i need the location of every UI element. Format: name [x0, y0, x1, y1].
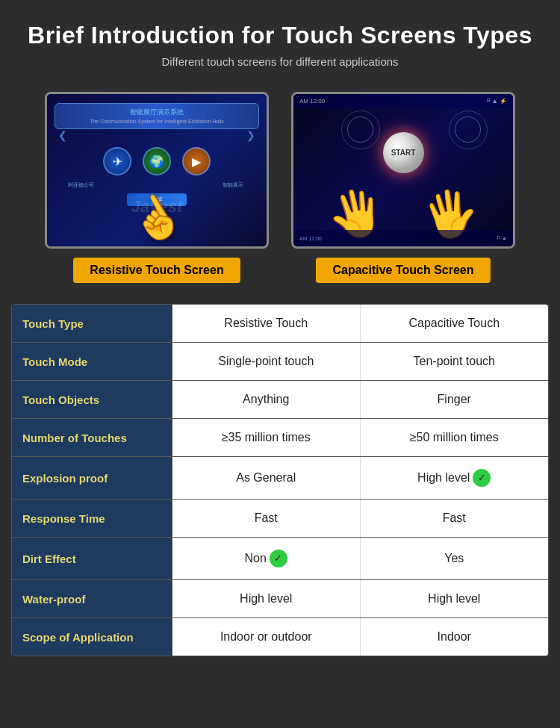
table-resistive-8: Indoor or outdoor	[172, 618, 361, 656]
table-capacitive-2: Finger	[361, 381, 549, 418]
table-label-4: Explosion proof	[12, 457, 172, 499]
res-arrows: ❮ ❯	[55, 129, 259, 141]
table-row: Number of Touches≥35 million times≥50 mi…	[12, 419, 548, 457]
table-resistive-2: Anything	[172, 381, 361, 418]
page-header: Brief Introduction for Touch Screens Typ…	[0, 0, 560, 77]
table-label-7: Water-proof	[12, 580, 172, 617]
cap-main-area: START	[293, 108, 513, 197]
table-capacitive-4: High level✓	[361, 457, 549, 499]
res-title-bar: 智能展厅演示系统The Communication System for Int…	[55, 103, 259, 129]
table-label-1: Touch Mode	[12, 343, 172, 380]
capacitive-screen-content: AM 12:00 ⠿ ▲ ⚡ START	[293, 94, 513, 246]
resistive-screen-frame: 智能展厅演示系统The Communication System for Int…	[45, 92, 269, 249]
table-row: Dirt EffectNon✓Yes	[12, 538, 548, 580]
table-resistive-3: ≥35 million times	[172, 419, 361, 456]
res-icons-row: ✈ 🌍 ▶	[55, 147, 259, 175]
table-resistive-6: Non✓	[172, 538, 361, 579]
page-title: Brief Introduction for Touch Screens Typ…	[15, 21, 545, 49]
table-row: Touch ModeSingle-point touchTen-point to…	[12, 343, 548, 381]
table-resistive-7: High level	[172, 580, 361, 617]
table-label-8: Scope of Application	[12, 618, 172, 656]
table-row: Response TimeFastFast	[12, 500, 548, 538]
green-checkmark-icon: ✓	[473, 469, 491, 487]
table-capacitive-7: High level	[361, 580, 549, 617]
table-resistive-5: Fast	[172, 500, 361, 537]
table-resistive-0: Resistive Touch	[172, 305, 361, 342]
table-row: Water-proofHigh levelHigh level	[12, 580, 548, 618]
res-icon-2: 🌍	[143, 147, 171, 175]
comparison-table: Touch TypeResistive TouchCapacitive Touc…	[11, 304, 549, 656]
screens-comparison: 智能展厅演示系统The Communication System for Int…	[0, 77, 560, 290]
table-row: Scope of ApplicationIndoor or outdoorInd…	[12, 618, 548, 656]
table-label-2: Touch Objects	[12, 381, 172, 418]
table-capacitive-0: Capacitive Touch	[361, 305, 549, 342]
table-body: Touch TypeResistive TouchCapacitive Touc…	[12, 305, 548, 656]
table-capacitive-8: Indoor	[361, 618, 549, 656]
cap-top-bar: AM 12:00 ⠿ ▲ ⚡	[293, 94, 513, 108]
table-label-6: Dirt Effect	[12, 538, 172, 579]
table-resistive-1: Single-point touch	[172, 343, 361, 380]
cap-bottom-bar: AM 12:00 ⠿ ▲	[293, 230, 513, 246]
table-label-5: Response Time	[12, 500, 172, 537]
table-label-0: Touch Type	[12, 305, 172, 342]
res-icon-3: ▶	[182, 147, 211, 175]
table-label-3: Number of Touches	[12, 419, 172, 456]
res-icon-1: ✈	[103, 147, 131, 175]
table-row: Explosion proofAs GeneralHigh level✓	[12, 457, 548, 500]
table-capacitive-5: Fast	[361, 500, 549, 537]
start-button-display: START	[383, 132, 424, 173]
resistive-screen-content: 智能展厅演示系统The Communication System for Int…	[47, 94, 267, 246]
resistive-screen-card: 智能展厅演示系统The Communication System for Int…	[45, 92, 269, 283]
table-resistive-4: As General	[172, 457, 361, 499]
table-row: Touch ObjectsAnythingFinger	[12, 381, 548, 419]
resistive-screen-label: Resistive Touch Screen	[73, 258, 240, 283]
table-capacitive-6: Yes	[361, 538, 549, 579]
green-checkmark-icon: ✓	[270, 550, 287, 567]
capacitive-screen-card: AM 12:00 ⠿ ▲ ⚡ START	[291, 92, 515, 283]
capacitive-screen-frame: AM 12:00 ⠿ ▲ ⚡ START	[291, 92, 515, 249]
page-subtitle: Different touch screens for different ap…	[15, 55, 545, 68]
table-capacitive-3: ≥50 million times	[361, 419, 549, 456]
table-capacitive-1: Ten-point touch	[361, 343, 549, 380]
capacitive-screen-label: Capacitive Touch Screen	[316, 258, 490, 283]
table-row: Touch TypeResistive TouchCapacitive Touc…	[12, 305, 548, 343]
